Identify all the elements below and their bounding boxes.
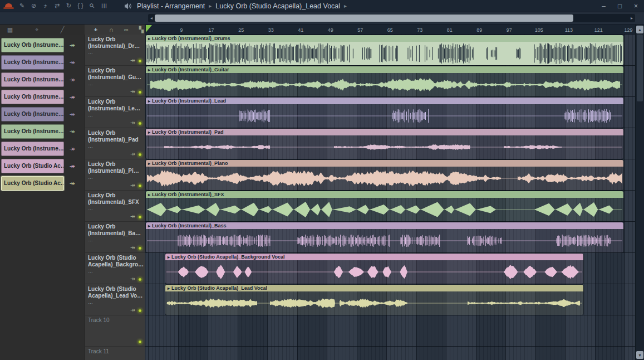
scroll-right-icon[interactable]: ▸ [628, 14, 635, 22]
audio-clip[interactable]: ▸Lucky Orb (Studio Acapella)_Background … [165, 254, 583, 284]
clip-menu-icon[interactable]: ▸ [148, 99, 150, 104]
slash-circle-icon[interactable]: ⊘ [28, 2, 40, 9]
timeline-ruler[interactable]: 91725334149576573818997105113121129 [145, 25, 635, 35]
track-mute-led[interactable] [138, 90, 142, 94]
clip-header[interactable]: ▸Lucky Orb (Instrumental)_Pad [146, 129, 623, 135]
audio-clip[interactable]: ▸Lucky Orb (Instrumental)_SFX [146, 191, 623, 221]
track-mute-led[interactable] [138, 246, 142, 250]
clip-body[interactable] [146, 135, 623, 159]
track-header[interactable]: Lucky Orb (Studio Acapella)_Lead Vo……↠ [85, 284, 145, 315]
pattern-drag-icon[interactable]: ↠ [67, 90, 77, 104]
clip-header[interactable]: ▸Lucky Orb (Instrumental)_Bass [146, 222, 623, 229]
track-mute-led[interactable] [138, 184, 142, 188]
slide-icon[interactable]: ╱ [58, 26, 67, 33]
clip-menu-icon[interactable]: ▸ [148, 192, 150, 197]
clip-header[interactable]: ▸Lucky Orb (Studio Acapella)_Lead Vocal [165, 285, 583, 291]
braces-icon[interactable]: { } [75, 2, 86, 9]
track-route-icon[interactable]: ↠ [130, 213, 135, 220]
track-header[interactable]: Lucky Orb (Instrumental)_Gu……↠ [85, 66, 145, 97]
track-header[interactable]: Track 10 [85, 315, 145, 347]
link-icon[interactable]: ∞ [122, 26, 131, 33]
clip-body[interactable] [165, 291, 583, 315]
scroll-up-icon[interactable]: ▴ [636, 26, 643, 33]
target-icon[interactable]: ⌖ [32, 26, 41, 33]
track-mute-led[interactable] [138, 153, 142, 157]
swap-arrows-icon[interactable]: ⇄ [51, 2, 63, 9]
clip-menu-icon[interactable]: ▸ [148, 67, 150, 72]
clip-header[interactable]: ▸Lucky Orb (Instrumental)_SFX [146, 191, 623, 198]
playlist-grid[interactable]: ▸Lucky Orb (Instrumental)_Drums▸Lucky Or… [145, 35, 635, 360]
pattern-drag-icon[interactable]: ↠ [67, 124, 77, 139]
maximize-button[interactable]: □ [612, 0, 628, 12]
track-route-icon[interactable]: ↠ [130, 88, 135, 95]
clip-body[interactable] [146, 104, 623, 128]
track-route-icon[interactable]: ↠ [130, 119, 135, 127]
add-track-button[interactable]: + [91, 26, 100, 33]
clip-header[interactable]: ▸Lucky Orb (Instrumental)_Piano [146, 160, 623, 167]
track-mute-led[interactable] [138, 215, 142, 219]
track-mute-led[interactable] [138, 278, 142, 281]
clip-body[interactable] [146, 73, 623, 96]
horizontal-scrollbar[interactable]: ◂ ▸ [148, 14, 635, 22]
palette-item[interactable]: Lucky Orb (Instrume… [1, 55, 64, 70]
close-button[interactable]: × [628, 0, 644, 12]
track-header[interactable]: Lucky Orb (Instrumental)_Ba……↠ [85, 222, 145, 253]
mute-icon[interactable]: ♪ [40, 2, 51, 9]
clip-body[interactable] [146, 167, 623, 190]
titlebar[interactable]: ✎⊘♪⇄↻{ }⚲☰ Playlist - Arrangement ▸ Luck… [0, 0, 644, 12]
palette-item[interactable]: Lucky Orb (Instrume… [1, 38, 64, 52]
palette-item[interactable]: Lucky Orb (Instrume… [1, 142, 64, 156]
pattern-drag-icon[interactable]: ↠ [67, 176, 77, 191]
clip-menu-icon[interactable]: ▸ [168, 255, 170, 260]
draw-tool-icon[interactable]: ✎ [16, 2, 28, 9]
track-route-icon[interactable]: ↠ [130, 150, 135, 158]
meter-icon[interactable]: ☰ [100, 0, 107, 12]
clip-header[interactable]: ▸Lucky Orb (Instrumental)_Drums [146, 35, 623, 42]
track-header[interactable]: Lucky Orb (Instrumental)_SFX…↠ [85, 191, 145, 222]
pattern-drag-icon[interactable]: ↠ [67, 142, 77, 156]
vertical-scrollbar[interactable]: ▴ ▾ [635, 25, 644, 360]
track-route-icon[interactable]: ↠ [130, 307, 135, 314]
magnet-icon[interactable]: ∩ [107, 26, 116, 33]
track-header[interactable]: Lucky Orb (Instrumental)_Le……↠ [85, 97, 145, 128]
pattern-drag-icon[interactable]: ↠ [67, 38, 77, 52]
clip-menu-icon[interactable]: ▸ [148, 36, 150, 41]
track-mute-led[interactable] [138, 340, 142, 344]
track-mute-led[interactable] [138, 121, 142, 125]
pattern-drag-icon[interactable]: ↠ [67, 159, 77, 173]
clip-body[interactable] [146, 198, 623, 221]
track-route-icon[interactable]: ↠ [130, 182, 135, 189]
audio-clip[interactable]: ▸Lucky Orb (Instrumental)_Guitar [146, 66, 623, 96]
audio-clip[interactable]: ▸Lucky Orb (Instrumental)_Pad [146, 129, 623, 159]
scroll-left-icon[interactable]: ◂ [148, 14, 155, 22]
clip-header[interactable]: ▸Lucky Orb (Instrumental)_Lead [146, 98, 623, 104]
track-route-icon[interactable]: ↠ [130, 275, 135, 283]
track-mute-led[interactable] [138, 59, 142, 63]
palette-item[interactable]: Lucky Orb (Instrume… [1, 72, 64, 87]
clip-body[interactable] [146, 42, 623, 65]
clip-menu-icon[interactable]: ▸ [148, 130, 150, 135]
scroll-down-icon[interactable]: ▾ [636, 351, 643, 359]
zoom-icon[interactable]: ⚲ [85, 0, 99, 13]
clip-body[interactable] [146, 229, 623, 252]
track-header[interactable]: Track 11 [85, 347, 145, 360]
track-header[interactable]: Lucky Orb (Instrumental)_Dr……↠ [85, 35, 145, 66]
audio-speaker-icon[interactable] [124, 3, 132, 9]
minimize-button[interactable]: – [596, 0, 612, 12]
track-header[interactable]: Lucky Orb (Instrumental)_Pi……↠ [85, 159, 145, 191]
track-route-icon[interactable]: ↠ [130, 244, 135, 251]
track-route-icon[interactable]: ↠ [130, 57, 135, 64]
pattern-drag-icon[interactable]: ↠ [67, 72, 77, 87]
clip-menu-icon[interactable]: ▸ [168, 286, 170, 291]
clip-menu-icon[interactable]: ▸ [148, 161, 150, 166]
refresh-icon[interactable]: ↻ [63, 2, 75, 9]
clip-body[interactable] [165, 260, 583, 284]
audio-clip[interactable]: ▸Lucky Orb (Instrumental)_Bass [146, 222, 623, 252]
audio-clip[interactable]: ▸Lucky Orb (Instrumental)_Piano [146, 160, 623, 190]
clip-header[interactable]: ▸Lucky Orb (Instrumental)_Guitar [146, 66, 623, 73]
palette-item[interactable]: Lucky Orb (Instrume… [1, 90, 64, 104]
audio-clip[interactable]: ▸Lucky Orb (Instrumental)_Drums [146, 35, 623, 65]
fl-logo-icon[interactable] [5, 3, 12, 8]
track-header[interactable]: Lucky Orb (Instrumental)_Pad…↠ [85, 128, 145, 159]
vertical-scrollbar-thumb[interactable] [637, 35, 643, 101]
